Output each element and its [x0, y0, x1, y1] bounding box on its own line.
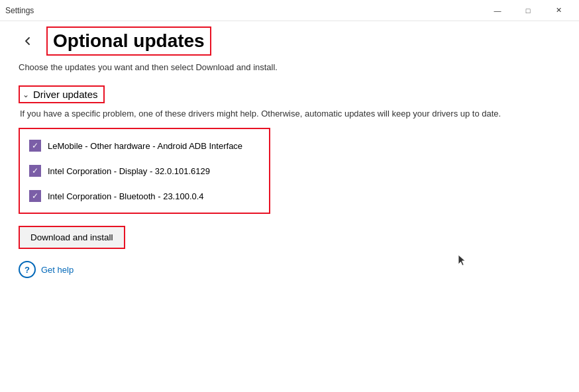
checkmark-icon: ✓	[32, 167, 38, 175]
updates-list: ✓ LeMobile - Other hardware - Android AD…	[19, 128, 270, 214]
section-title: Driver updates	[33, 89, 98, 100]
main-content: Optional updates Choose the updates you …	[0, 21, 579, 278]
table-row: ✓ Intel Corporation - Display - 32.0.101…	[29, 158, 260, 183]
title-bar-controls: — □ ✕	[482, 0, 574, 21]
back-arrow-icon	[23, 36, 32, 46]
title-bar: Settings — □ ✕	[0, 0, 579, 21]
checkmark-icon: ✓	[32, 192, 38, 200]
update-checkbox-0[interactable]: ✓	[29, 140, 41, 152]
section-description: If you have a specific problem, one of t…	[20, 109, 560, 119]
download-install-button[interactable]: Download and install	[19, 226, 125, 249]
table-row: ✓ Intel Corporation - Bluetooth - 23.100…	[29, 183, 260, 209]
close-button[interactable]: ✕	[543, 0, 574, 21]
page-header: Optional updates	[19, 26, 560, 56]
update-checkbox-1[interactable]: ✓	[29, 165, 41, 177]
help-icon: ?	[19, 261, 36, 278]
settings-title: Settings	[5, 6, 34, 15]
update-label-1: Intel Corporation - Display - 32.0.101.6…	[48, 166, 210, 176]
back-button[interactable]	[19, 32, 37, 50]
get-help-section[interactable]: ? Get help	[19, 261, 560, 278]
driver-updates-section-header[interactable]: ⌄ Driver updates	[19, 85, 105, 103]
maximize-button[interactable]: □	[513, 0, 543, 21]
update-label-0: LeMobile - Other hardware - Android ADB …	[48, 141, 242, 151]
minimize-button[interactable]: —	[482, 0, 513, 21]
chevron-down-icon: ⌄	[23, 90, 29, 99]
table-row: ✓ LeMobile - Other hardware - Android AD…	[29, 133, 260, 158]
title-bar-left: Settings	[5, 6, 34, 15]
update-label-2: Intel Corporation - Bluetooth - 23.100.0…	[48, 191, 204, 201]
page-title: Optional updates	[46, 26, 211, 56]
page-subtitle: Choose the updates you want and then sel…	[19, 62, 560, 72]
checkmark-icon: ✓	[32, 142, 38, 150]
get-help-link[interactable]: Get help	[41, 265, 74, 275]
update-checkbox-2[interactable]: ✓	[29, 190, 41, 202]
